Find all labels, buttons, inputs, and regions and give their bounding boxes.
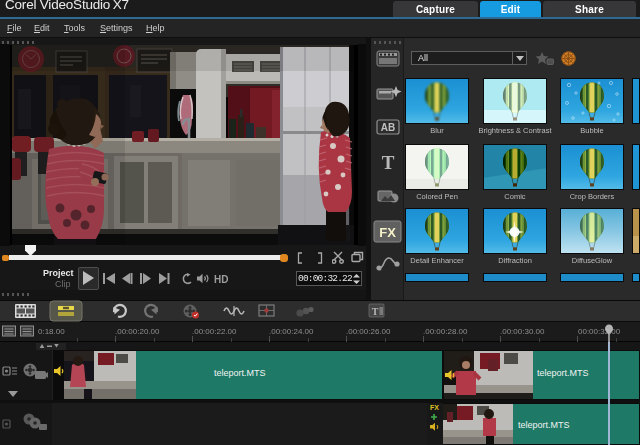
svg-text:AB: AB	[381, 122, 395, 133]
svg-text:T: T	[372, 306, 379, 317]
svg-text:FX: FX	[379, 225, 396, 240]
svg-text:HD: HD	[214, 274, 228, 285]
svg-text:T: T	[382, 152, 395, 173]
